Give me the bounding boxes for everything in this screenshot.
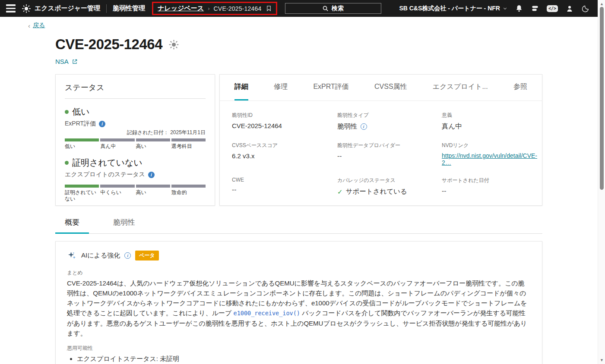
bell-icon [515,4,523,13]
app-title: エクスポージャー管理 [35,4,100,13]
account-menu[interactable]: SB C&S株式会社 - パートナー - NFR [399,5,507,13]
tab-references[interactable]: 参照 [513,75,527,100]
theme-toggle-button[interactable] [581,4,590,13]
chevron-right-icon: › [208,5,209,12]
exprt-scale-bar [65,138,206,141]
field-coverage-status: カバレッジのステータス ✓ サポートされている [337,177,442,196]
sun-logo-icon [22,4,31,13]
nsa-source-link[interactable]: NSA [55,58,69,65]
scale-label: 証明されていない [65,189,99,202]
status-card: ステータス 低い ExPRT評価 i 記録された日付： 2025年11月1日 [55,74,215,206]
topbar: エクスポージャー管理 脆弱性管理 ナレッジベース › CVE-2025-1246… [0,0,598,17]
hamburger-icon [6,4,16,13]
external-link-icon [72,59,78,65]
list-item: エクスプロイトステータス: 未証明 [77,354,531,364]
summary-text: CVE-2025-12464は、人気のハードウェア仮想化ソリューションであるQE… [67,278,531,338]
moon-icon [581,4,590,13]
scrollbar[interactable]: ▲ ▼ [598,0,605,364]
scale-label: 選考科目 [171,143,206,150]
nvd-link[interactable]: https://nvd.nist.gov/vuln/detail/CVE-2… [442,152,537,166]
scroll-up-button[interactable]: ▲ [598,1,605,6]
exploitability-list: エクスプロイトステータス: 未証明 エクスプロイトの詳細：この脆弱性は、QEMU… [67,354,531,364]
field-data-provider: 脆弱性データプロバイダー -- [337,142,442,166]
search-icon [322,5,329,12]
detail-fields: 脆弱性ID CVE-2025-12464 脆弱性タイプ 脆弱性 i 意義 真ん中… [220,101,542,207]
exprt-rating-value: 低い [72,106,89,118]
scale-label: 致命的 [171,189,206,202]
global-search-button[interactable]: 検索 [285,3,381,14]
code-icon: </> [547,5,558,12]
tab-repair[interactable]: 修理 [274,75,288,100]
exploitability-label: 悪用可能性 [67,345,531,352]
chevron-down-icon [503,6,507,11]
person-icon [565,4,574,13]
hamburger-menu-button[interactable] [4,4,17,13]
exploit-status-block: 証明されていない エクスプロイトのステータス i 証明されていない 中くらい 高… [65,157,206,202]
nav-item-vulnerability-management[interactable]: 脆弱性管理 [113,4,145,13]
tab-exprt-rating[interactable]: ExPRT評価 [313,75,348,100]
field-significance: 意義 真ん中 [442,112,537,131]
field-cwe: CWE -- [232,177,337,196]
exploit-status-label: エクスプロイトのステータス [65,171,145,179]
detail-tabs: 詳細 修理 ExPRT評価 CVSS属性 エクスプロイト... 参照 [220,75,542,101]
recorded-date-value: 2025年11月1日 [170,129,206,135]
exprt-rating-block: 低い ExPRT評価 i 記録された日付： 2025年11月1日 低い 真ん中 … [65,106,206,150]
tab-overview[interactable]: 概要 [55,217,89,234]
info-icon[interactable]: i [124,252,131,259]
tab-cvss-attributes[interactable]: CVSS属性 [374,75,407,100]
inline-code: e1000_receive_iov() [234,310,300,317]
beta-badge: ベータ [135,251,159,260]
field-cvss-base-score: CVSSベーススコア 6.2 v3.x [232,142,337,166]
search-label: 検索 [332,5,344,13]
profile-button[interactable] [565,4,574,13]
info-icon[interactable]: i [361,123,367,130]
check-icon: ✓ [337,188,343,196]
exploit-status-value: 証明されていない [72,157,143,169]
detail-card: 詳細 修理 ExPRT評価 CVSS属性 エクスプロイト... 参照 脆弱性ID… [219,74,542,206]
scale-label: 低い [65,143,99,150]
severity-dot-icon [65,110,69,114]
info-icon[interactable]: i [148,172,155,178]
field-nvd-link: NVDリンク https://nvd.nist.gov/vuln/detail/… [442,142,537,166]
messages-button[interactable] [531,4,539,13]
ai-enhancement-card: AIによる強化 i ベータ まとめ CVE-2025-12464は、人気のハード… [55,241,542,364]
sun-icon [168,39,179,50]
page-title: CVE-2025-12464 [55,36,162,53]
chevron-left-icon: ‹ [28,22,30,29]
summary-label: まとめ [67,269,531,276]
back-link[interactable]: 戻る [33,22,45,29]
scroll-down-button[interactable]: ▼ [598,358,605,363]
field-vulnerability-type: 脆弱性タイプ 脆弱性 i [337,112,442,131]
content-tabs: 概要 脆弱性 [55,217,542,234]
field-supported-date: サポートされた日付 -- [442,177,537,196]
api-tools-button[interactable]: </> [547,5,558,12]
scale-label: 中くらい [100,189,134,202]
exprt-rating-label: ExPRT評価 [65,120,96,128]
nav-divider [106,4,107,13]
scale-label: 真ん中 [100,143,134,150]
recorded-date-label: 記録された日付： [127,129,169,135]
scale-label: 高い [136,143,170,150]
ai-enhancement-title: AIによる強化 [81,251,120,260]
exploit-scale-bar [65,185,206,188]
scrollbar-thumb[interactable] [600,7,604,190]
field-vulnerability-id: 脆弱性ID CVE-2025-12464 [232,112,337,131]
breadcrumb-current-cve: CVE-2025-12464 [214,5,262,12]
tab-details[interactable]: 詳細 [234,75,248,100]
bookmark-icon[interactable] [266,5,272,12]
sparkle-icon [67,251,77,260]
scale-label: 高い [136,189,170,202]
severity-dot-icon [65,161,69,165]
notifications-button[interactable] [515,4,523,13]
tab-vulnerabilities[interactable]: 脆弱性 [104,217,145,234]
account-name: SB C&S株式会社 - パートナー - NFR [399,5,500,13]
breadcrumb-annotation-box: ナレッジベース › CVE-2025-12464 [152,2,277,15]
chat-icon [531,4,539,13]
status-card-title: ステータス [65,82,206,99]
info-icon[interactable]: i [99,121,105,127]
tab-exploit[interactable]: エクスプロイト... [433,75,488,100]
breadcrumb-knowledge-base-link[interactable]: ナレッジベース [158,4,204,13]
